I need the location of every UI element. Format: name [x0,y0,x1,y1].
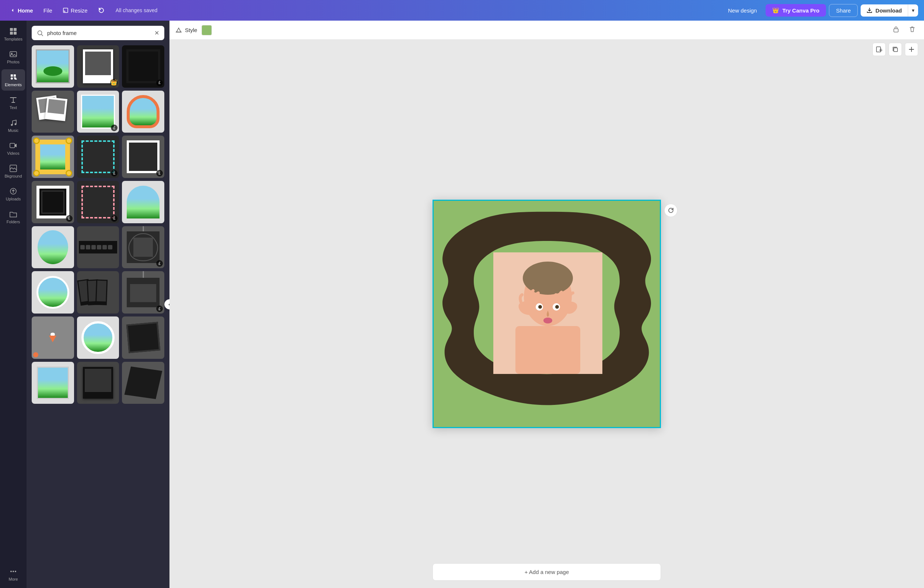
list-item[interactable] [77,317,119,359]
download-button[interactable]: Download [861,5,908,17]
download-icon [866,7,873,13]
chevron-left-icon [10,7,15,13]
svg-rect-3 [10,32,13,35]
sidebar-item-videos[interactable]: Videos [2,138,25,159]
list-item[interactable]: £ [77,91,119,133]
search-results-grid: 👑 £ [26,45,170,409]
list-item[interactable] [32,226,74,269]
resize-button[interactable]: Resize [59,5,91,16]
folders-label: Folders [7,220,20,224]
canvas-top-actions [873,43,918,56]
search-icon [37,30,43,36]
paid-badge: £ [111,170,117,177]
list-item[interactable] [122,317,164,359]
list-item[interactable] [32,271,74,314]
list-item[interactable]: £ [77,181,119,223]
add-page-icon-button[interactable] [873,43,886,56]
list-item[interactable]: £ [122,271,164,314]
sidebar-item-folders[interactable]: Folders [2,206,25,228]
sidebar-item-more[interactable]: More [2,564,25,585]
try-pro-button[interactable]: 👑 Try Canva Pro [766,4,826,17]
undo-button[interactable] [94,5,108,16]
list-item[interactable] [122,91,164,133]
svg-point-13 [10,571,12,572]
svg-rect-23 [515,326,580,374]
download-label: Download [875,7,902,14]
refresh-icon [668,207,674,214]
list-item[interactable] [32,91,74,133]
duplicate-button[interactable] [889,43,902,56]
list-item[interactable]: £ [122,226,164,269]
delete-button[interactable] [906,23,918,37]
svg-rect-4 [14,32,16,35]
svg-point-14 [13,571,14,572]
style-button[interactable]: Style [175,27,197,33]
top-navigation: Home File Resize All changes saved New d… [0,0,924,21]
svg-rect-2 [14,28,16,31]
elements-panel: ✕ 👑 £ [26,21,170,588]
text-label: Text [10,106,17,110]
list-item[interactable]: £ [122,135,164,178]
sidebar-item-uploads[interactable]: Uploads [2,183,25,205]
page-add-icon [876,46,883,53]
file-label: File [43,7,52,14]
person-svg [493,253,602,374]
main-layout: Templates Photos Elements Text [0,21,924,588]
canvas-refresh-button[interactable] [664,204,678,217]
search-clear-button[interactable]: ✕ [154,30,159,36]
file-button[interactable]: File [40,5,56,16]
add-element-button[interactable] [905,43,918,56]
elements-label: Elements [5,83,22,87]
svg-point-22 [523,262,573,295]
sidebar: Templates Photos Elements Text [0,21,26,588]
sidebar-item-background[interactable]: Bkground [2,161,25,182]
plus-icon [908,46,915,53]
list-item[interactable] [32,362,74,404]
download-options-button[interactable]: ▾ [908,5,918,17]
search-bar: ✕ [26,21,170,45]
background-icon [9,164,17,172]
more-icon [9,567,17,575]
list-item[interactable] [122,362,164,404]
sidebar-item-photos[interactable]: Photos [2,46,25,68]
list-item[interactable] [122,181,164,223]
list-item[interactable]: £ [32,181,74,223]
paid-badge: £ [156,79,163,86]
list-item[interactable]: £ [77,135,119,178]
sidebar-item-text[interactable]: Text [2,92,25,114]
list-item[interactable] [77,271,119,314]
canvas-content[interactable] [432,200,661,428]
crown-icon: 👑 [772,7,779,14]
sidebar-item-elements[interactable]: Elements [2,69,25,91]
trash-icon [909,25,916,33]
sidebar-item-music[interactable]: Music [2,115,25,136]
paid-badge: £ [156,170,163,177]
try-pro-label: Try Canva Pro [782,7,819,14]
list-item[interactable] [32,45,74,88]
music-icon [9,119,17,127]
home-button[interactable]: Home [6,5,37,16]
paid-badge: £ [156,306,163,312]
home-label: Home [18,7,33,14]
list-item[interactable] [77,226,119,269]
list-item[interactable] [32,317,74,359]
color-swatch[interactable] [201,25,212,35]
svg-rect-17 [894,29,898,32]
list-item[interactable]: £ [122,45,164,88]
lock-icon [892,25,900,33]
text-icon [9,96,17,104]
paid-badge: £ [111,124,117,131]
lock-button[interactable] [890,23,902,37]
list-item[interactable]: 👑 [77,45,119,88]
duplicate-icon [892,46,899,53]
share-button[interactable]: Share [829,4,858,17]
svg-point-9 [15,124,16,125]
sidebar-item-templates[interactable]: Templates [2,23,25,45]
add-page-button[interactable]: + Add a new page [432,563,661,581]
search-input[interactable] [47,30,151,36]
canvas-wrapper: + Add a new page [170,40,924,588]
new-design-button[interactable]: New design [722,5,762,17]
list-item[interactable] [32,135,74,178]
paid-badge: £ [66,215,73,222]
list-item[interactable] [77,362,119,404]
